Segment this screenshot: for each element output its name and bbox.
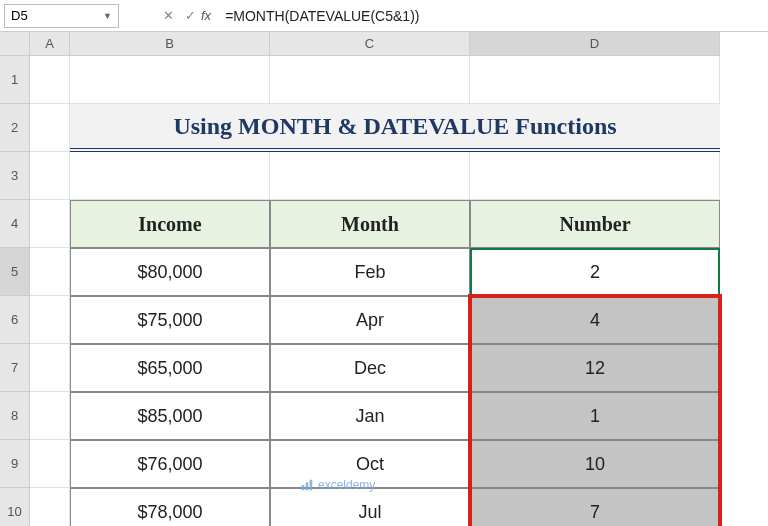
row-header-1[interactable]: 1 [0,56,30,104]
name-box[interactable]: D5 ▼ [4,4,119,28]
row-header-4[interactable]: 4 [0,200,30,248]
cell-income-2[interactable]: $65,000 [70,344,270,392]
cell-month-0[interactable]: Feb [270,248,470,296]
cell-number-0[interactable]: 2 [470,248,720,296]
row-header-2[interactable]: 2 [0,104,30,152]
col-header-c[interactable]: C [270,32,470,56]
header-number[interactable]: Number [470,200,720,248]
cell-a4[interactable] [30,200,70,248]
cell-a3[interactable] [30,152,70,200]
cell-income-5[interactable]: $78,000 [70,488,270,526]
cell-number-2[interactable]: 12 [470,344,720,392]
row-header-6[interactable]: 6 [0,296,30,344]
cell-a5[interactable] [30,248,70,296]
col-header-d[interactable]: D [470,32,720,56]
cell-income-0[interactable]: $80,000 [70,248,270,296]
cell-a7[interactable] [30,344,70,392]
cell-month-2[interactable]: Dec [270,344,470,392]
cell-income-1[interactable]: $75,000 [70,296,270,344]
cell-c1[interactable] [270,56,470,104]
row-header-5[interactable]: 5 [0,248,30,296]
cell-d1[interactable] [470,56,720,104]
cell-number-4[interactable]: 10 [470,440,720,488]
cell-a6[interactable] [30,296,70,344]
watermark: exceldemy [300,478,375,492]
cell-a9[interactable] [30,440,70,488]
cell-month-3[interactable]: Jan [270,392,470,440]
cell-number-5[interactable]: 7 [470,488,720,526]
cell-number-3[interactable]: 1 [470,392,720,440]
row-header-10[interactable]: 10 [0,488,30,526]
cell-b3[interactable] [70,152,270,200]
cell-month-1[interactable]: Apr [270,296,470,344]
watermark-text: exceldemy [318,478,375,492]
cell-month-5[interactable]: Jul [270,488,470,526]
svg-rect-2 [310,480,313,491]
fx-icon[interactable]: fx [201,8,211,23]
cell-a8[interactable] [30,392,70,440]
header-income[interactable]: Income [70,200,270,248]
row-header-7[interactable]: 7 [0,344,30,392]
select-all-corner[interactable] [0,32,30,56]
row-header-8[interactable]: 8 [0,392,30,440]
cell-d3[interactable] [470,152,720,200]
svg-rect-1 [306,482,309,490]
cell-a2[interactable] [30,104,70,152]
cell-a1[interactable] [30,56,70,104]
col-header-a[interactable]: A [30,32,70,56]
accept-formula-icon[interactable]: ✓ [179,8,201,23]
formula-bar: D5 ▼ ✕ ✓ fx =MONTH(DATEVALUE(C5&1)) [0,0,768,32]
sheet-title[interactable]: Using MONTH & DATEVALUE Functions [70,104,720,152]
row-header-3[interactable]: 3 [0,152,30,200]
header-month[interactable]: Month [270,200,470,248]
chevron-down-icon[interactable]: ▼ [103,11,112,21]
spreadsheet-grid: 1 2 3 4 5 6 7 8 9 10 A B C D [0,32,768,526]
cell-income-3[interactable]: $85,000 [70,392,270,440]
cell-b1[interactable] [70,56,270,104]
col-header-b[interactable]: B [70,32,270,56]
formula-input[interactable]: =MONTH(DATEVALUE(C5&1)) [219,8,768,24]
cancel-formula-icon[interactable]: ✕ [157,8,179,23]
svg-rect-0 [302,485,305,490]
cell-c3[interactable] [270,152,470,200]
chart-icon [300,478,314,492]
cell-a10[interactable] [30,488,70,526]
cell-income-4[interactable]: $76,000 [70,440,270,488]
name-box-value: D5 [11,8,103,23]
cell-number-1[interactable]: 4 [470,296,720,344]
row-header-9[interactable]: 9 [0,440,30,488]
